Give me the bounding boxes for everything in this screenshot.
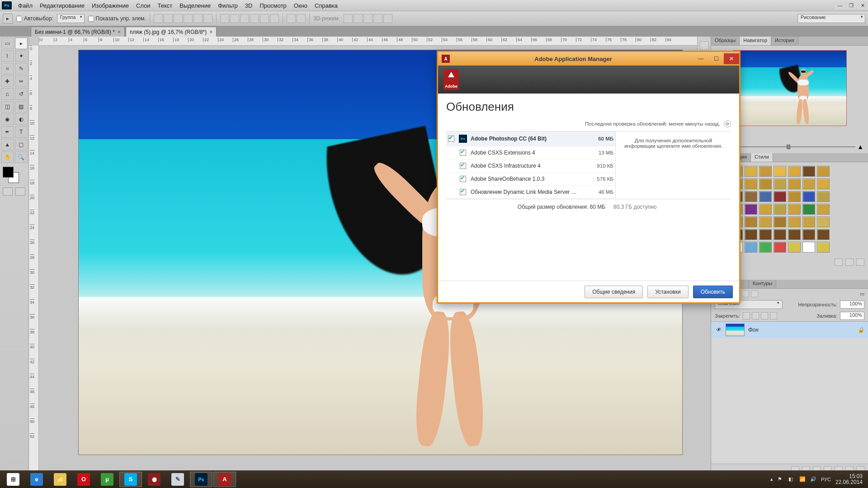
style-swatch[interactable] xyxy=(759,191,772,202)
lock-icon[interactable] xyxy=(770,312,777,319)
update-checkbox[interactable] xyxy=(460,163,466,169)
style-swatch[interactable] xyxy=(788,204,801,215)
document-tab[interactable]: Без имени-1 @ 66,7% (RGB/8) *× xyxy=(31,27,125,37)
layer-row[interactable]: 👁 Фон 🔒 xyxy=(711,322,868,338)
window-minimize-button[interactable]: — xyxy=(835,1,845,9)
filter-icon[interactable] xyxy=(751,290,758,297)
menu-item[interactable]: Изображение xyxy=(88,0,132,11)
taskbar-aam-button[interactable]: A xyxy=(213,472,236,487)
menu-item[interactable]: Файл xyxy=(14,0,36,11)
style-swatch[interactable] xyxy=(788,178,801,189)
autoselect-checkbox[interactable]: Автовыбор: xyxy=(16,15,53,22)
style-swatch[interactable] xyxy=(788,166,801,177)
style-swatch[interactable] xyxy=(802,242,815,253)
eraser-tool[interactable]: ◫ xyxy=(1,101,14,113)
align-icon[interactable] xyxy=(184,14,193,23)
style-swatch[interactable] xyxy=(817,166,830,177)
distribute-icon[interactable] xyxy=(220,14,229,23)
healing-tool[interactable]: ✚ xyxy=(1,75,14,87)
style-swatch[interactable] xyxy=(745,178,757,189)
lock-icon[interactable] xyxy=(752,312,759,319)
panel-footer-icon[interactable] xyxy=(835,258,843,266)
style-swatch[interactable] xyxy=(788,242,801,253)
autoselect-target-select[interactable]: Группа xyxy=(57,14,85,23)
mode3d-icon[interactable] xyxy=(383,14,392,23)
taskbar-app-button[interactable]: ◉ xyxy=(143,472,165,487)
distribute-icon[interactable] xyxy=(250,14,259,23)
dialog-minimize-button[interactable]: — xyxy=(693,53,708,64)
filter-icon[interactable] xyxy=(742,290,749,297)
style-swatch[interactable] xyxy=(788,229,801,240)
style-swatch[interactable] xyxy=(774,229,786,240)
style-swatch[interactable] xyxy=(759,204,772,215)
settings-button[interactable]: Установки xyxy=(647,286,688,298)
mode3d-icon[interactable] xyxy=(344,14,353,23)
menu-item[interactable]: Текст xyxy=(154,0,176,11)
info-button[interactable]: Общие сведения xyxy=(585,286,643,298)
style-swatch[interactable] xyxy=(759,178,772,189)
panel-tab-paths[interactable]: Контуры xyxy=(749,280,776,288)
style-swatch[interactable] xyxy=(774,216,786,227)
style-swatch[interactable] xyxy=(817,204,830,215)
update-checkbox[interactable] xyxy=(448,136,454,142)
color-swatches[interactable] xyxy=(0,167,28,186)
style-swatch[interactable] xyxy=(788,191,801,202)
layer-thumbnail[interactable] xyxy=(726,324,745,336)
show-controls-checkbox[interactable]: Показать упр. элем. xyxy=(88,15,146,22)
lock-icon[interactable] xyxy=(761,312,768,319)
style-swatch[interactable] xyxy=(788,216,801,227)
menu-item[interactable]: Выделение xyxy=(176,0,214,11)
zoom-tool[interactable]: 🔍 xyxy=(15,151,28,163)
menu-item[interactable]: Фильтр xyxy=(214,0,241,11)
style-swatch[interactable] xyxy=(774,204,786,215)
workspace-select[interactable]: Рисование xyxy=(797,14,865,23)
arrange-icon[interactable] xyxy=(297,14,306,23)
dodge-tool[interactable]: ◐ xyxy=(15,113,28,125)
fill-input[interactable]: 100% xyxy=(840,312,864,320)
update-row[interactable]: Adobe CSXS Extensions 413 МБ xyxy=(446,146,615,160)
type-tool[interactable]: T xyxy=(15,126,28,138)
style-swatch[interactable] xyxy=(802,166,815,177)
distribute-icon[interactable] xyxy=(270,14,279,23)
close-tab-icon[interactable]: × xyxy=(209,29,212,35)
move-tool[interactable]: ▸ xyxy=(15,38,28,49)
current-tool-icon[interactable]: ▸ xyxy=(3,14,13,23)
taskbar-notepad-button[interactable]: ✎ xyxy=(166,472,189,487)
style-swatch[interactable] xyxy=(774,242,786,253)
style-swatch[interactable] xyxy=(745,166,757,177)
style-swatch[interactable] xyxy=(759,229,772,240)
mode3d-icon[interactable] xyxy=(354,14,363,23)
taskbar-opera-button[interactable]: O xyxy=(72,472,95,487)
menu-item[interactable]: Редактирование xyxy=(36,0,88,11)
style-swatch[interactable] xyxy=(802,191,815,202)
mode3d-icon[interactable] xyxy=(363,14,373,23)
update-checkbox[interactable] xyxy=(460,176,466,182)
tray-clock[interactable]: 15:03 22.06.2014 xyxy=(835,474,863,485)
gradient-tool[interactable]: ▨ xyxy=(15,101,28,113)
menu-item[interactable]: Слои xyxy=(132,0,154,11)
dialog-close-button[interactable]: ✕ xyxy=(724,53,739,64)
align-icon[interactable] xyxy=(164,14,173,23)
tray-language[interactable]: РУС xyxy=(821,477,831,482)
style-swatch[interactable] xyxy=(774,166,786,177)
style-swatch[interactable] xyxy=(817,191,830,202)
taskbar-utorrent-button[interactable]: µ xyxy=(96,472,118,487)
zoom-in-icon[interactable]: ▲ xyxy=(857,143,863,150)
tray-network-icon[interactable]: 📶 xyxy=(799,476,806,483)
style-swatch[interactable] xyxy=(745,204,757,215)
arrange-icon[interactable] xyxy=(287,14,296,23)
menu-item[interactable]: Просмотр xyxy=(256,0,290,11)
style-swatch[interactable] xyxy=(802,216,815,227)
distribute-icon[interactable] xyxy=(230,14,239,23)
taskbar-explorer-button[interactable]: 📁 xyxy=(49,472,71,487)
start-button[interactable]: ⊞ xyxy=(2,472,24,487)
panel-footer-icon[interactable] xyxy=(856,258,864,266)
style-swatch[interactable] xyxy=(759,242,772,253)
visibility-icon[interactable]: 👁 xyxy=(715,327,722,333)
distribute-icon[interactable] xyxy=(260,14,269,23)
style-swatch[interactable] xyxy=(817,229,830,240)
align-icon[interactable] xyxy=(154,14,163,23)
quick-select-tool[interactable]: ✦ xyxy=(15,50,28,62)
eyedropper-tool[interactable]: ✎ xyxy=(15,63,28,75)
window-close-button[interactable]: ✕ xyxy=(857,1,868,9)
